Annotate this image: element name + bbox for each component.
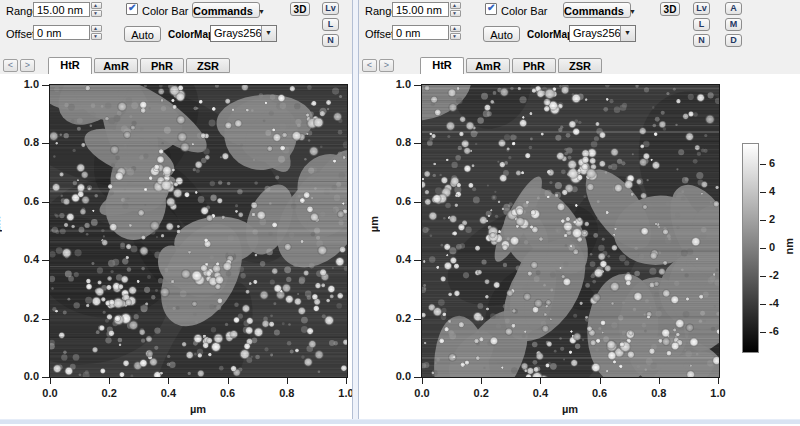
afm-image-frame <box>49 84 348 378</box>
y-axis-unit-label: µm <box>368 216 380 232</box>
x-axis-unit-label: µm <box>562 403 578 415</box>
spinner-up-icon[interactable] <box>91 2 102 9</box>
color-scale-bar <box>742 143 759 353</box>
x-axis-tick-label: 0.2 <box>102 387 117 399</box>
x-axis-ticks <box>50 378 348 384</box>
spinner-down-icon[interactable] <box>91 33 102 40</box>
range-spinner[interactable] <box>91 2 102 17</box>
color-scale-tick-label: -6 <box>769 325 793 337</box>
y-axis-tick-label: 0.4 <box>6 253 39 265</box>
afm-panel-right: Range Color Bar Commands 3D Lv L N A M D… <box>359 0 800 419</box>
tab-amr[interactable]: AmR <box>466 58 510 73</box>
tab-zsr[interactable]: ZSR <box>186 58 230 73</box>
color-bar-label: Color Bar <box>501 5 547 17</box>
afm-panel-left: Range Color Bar Commands 3D Lv L N A M D… <box>0 0 352 419</box>
y-axis-ticks <box>414 85 421 378</box>
color-scale-tick-label: 6 <box>769 157 793 169</box>
spinner-down-icon[interactable] <box>450 33 461 40</box>
quick-button-lv[interactable]: Lv <box>322 2 339 15</box>
y-axis-tick-label: 0.8 <box>6 136 39 148</box>
x-axis-tick-label: 0.8 <box>651 387 666 399</box>
quick-button-a[interactable]: A <box>725 2 742 15</box>
prev-tab-button[interactable]: < <box>3 59 18 72</box>
y-axis-tick-label: 0.0 <box>6 370 39 382</box>
commands-dropdown-button[interactable]: Commands <box>563 2 631 18</box>
app-window: Range Color Bar Commands 3D Lv L N A M D… <box>0 0 800 426</box>
panel-separator[interactable] <box>352 0 359 419</box>
next-tab-button[interactable]: > <box>379 59 394 72</box>
color-scale-unit-label: nm <box>783 238 795 255</box>
spinner-down-icon[interactable] <box>450 10 461 17</box>
view-3d-button[interactable]: 3D <box>290 2 310 16</box>
spinner-up-icon[interactable] <box>91 25 102 32</box>
range-input[interactable] <box>392 2 449 17</box>
quick-button-d[interactable]: D <box>725 34 742 47</box>
tab-amr[interactable]: AmR <box>94 58 138 73</box>
colormap-select[interactable]: Grays256 <box>569 25 636 42</box>
y-axis-tick-label: 0.6 <box>6 195 39 207</box>
quick-button-l[interactable]: L <box>693 18 710 31</box>
tab-zsr[interactable]: ZSR <box>558 58 602 73</box>
x-axis-tick-label: 0.6 <box>220 387 235 399</box>
tab-htr[interactable]: HtR <box>420 57 464 74</box>
color-bar-checkbox[interactable] <box>485 3 497 15</box>
tab-phr[interactable]: PhR <box>140 58 184 73</box>
color-scale-ticks <box>760 164 766 333</box>
x-axis-tick-label: 0.0 <box>414 387 429 399</box>
afm-image-frame <box>421 84 720 378</box>
colormap-value: Grays256 <box>573 27 621 39</box>
quick-button-n[interactable]: N <box>693 34 710 47</box>
y-axis-tick-label: 0.2 <box>378 312 411 324</box>
spinner-up-icon[interactable] <box>450 2 461 9</box>
color-bar-checkbox[interactable] <box>126 3 138 15</box>
color-bar-label: Color Bar <box>142 5 188 17</box>
tab-phr[interactable]: PhR <box>512 58 556 73</box>
y-axis-tick-label: 0.4 <box>378 253 411 265</box>
x-axis-tick-label: 0.8 <box>279 387 294 399</box>
y-axis-tick-label: 0.2 <box>6 312 39 324</box>
afm-topography-image[interactable] <box>50 85 347 377</box>
quick-button-lv[interactable]: Lv <box>693 2 710 15</box>
afm-topography-image[interactable] <box>422 85 719 377</box>
colormap-select[interactable]: Grays256 <box>210 25 277 42</box>
colormap-value: Grays256 <box>214 27 262 39</box>
quick-button-n[interactable]: N <box>322 34 339 47</box>
auto-scale-button[interactable]: Auto <box>483 26 520 42</box>
range-spinner[interactable] <box>450 2 461 17</box>
spinner-down-icon[interactable] <box>91 10 102 17</box>
dropdown-arrow-icon[interactable] <box>261 26 276 41</box>
x-axis-tick-label: 0.0 <box>42 387 57 399</box>
quick-button-l[interactable]: L <box>322 18 339 31</box>
y-axis-tick-label: 0.8 <box>378 136 411 148</box>
x-axis-tick-label: 1.0 <box>338 387 352 399</box>
color-scale-tick-label: -4 <box>769 297 793 309</box>
color-scale-tick-label: 4 <box>769 185 793 197</box>
dropdown-arrow-icon[interactable] <box>620 26 635 41</box>
range-input[interactable] <box>33 2 90 17</box>
offset-input[interactable] <box>392 25 449 40</box>
next-tab-button[interactable]: > <box>20 59 35 72</box>
y-axis-tick-label: 0.6 <box>378 195 411 207</box>
y-axis-unit-label: µm <box>0 216 2 232</box>
colormap-label: ColorMap <box>527 29 573 40</box>
tab-htr[interactable]: HtR <box>48 57 92 74</box>
y-axis-ticks <box>42 85 49 378</box>
y-axis-tick-label: 1.0 <box>6 78 39 90</box>
offset-spinner[interactable] <box>91 25 102 40</box>
offset-label: Offset <box>365 28 394 40</box>
offset-input[interactable] <box>33 25 90 40</box>
commands-dropdown-button[interactable]: Commands <box>192 2 260 18</box>
x-axis-tick-label: 0.2 <box>474 387 489 399</box>
colormap-label: ColorMap <box>168 29 214 40</box>
y-axis-tick-label: 0.0 <box>378 370 411 382</box>
spinner-up-icon[interactable] <box>450 25 461 32</box>
x-axis-tick-label: 0.4 <box>161 387 176 399</box>
color-scale-tick-label: 2 <box>769 213 793 225</box>
auto-scale-button[interactable]: Auto <box>124 26 161 42</box>
x-axis-ticks <box>422 378 720 384</box>
prev-tab-button[interactable]: < <box>362 59 377 72</box>
x-axis-tick-label: 0.6 <box>592 387 607 399</box>
view-3d-button[interactable]: 3D <box>660 2 680 16</box>
quick-button-m[interactable]: M <box>725 18 742 31</box>
offset-spinner[interactable] <box>450 25 461 40</box>
